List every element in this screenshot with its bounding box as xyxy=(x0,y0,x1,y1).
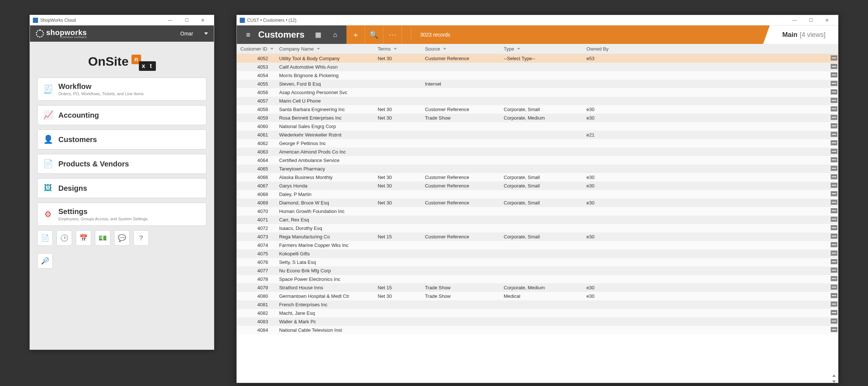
minimize-button[interactable]: — xyxy=(786,18,803,23)
col-header-terms[interactable]: Terms xyxy=(375,44,422,54)
table-row[interactable]: 4066Alaska Business MonthlyNet 30Custome… xyxy=(237,173,838,182)
row-menu-button[interactable] xyxy=(831,132,837,137)
row-menu-button[interactable] xyxy=(831,174,837,179)
user-menu[interactable]: Omar xyxy=(180,31,208,37)
table-row[interactable]: 4064Certified Ambulance Service xyxy=(237,156,838,165)
row-menu-button[interactable] xyxy=(831,191,837,196)
table-row[interactable]: 4057Marin Cell U Phone xyxy=(237,97,838,105)
table-row[interactable]: 4084National Cable Television Inst xyxy=(237,326,838,334)
footer-search-button[interactable]: 🔎 xyxy=(37,253,53,269)
row-menu-button[interactable] xyxy=(831,123,837,128)
table-row[interactable]: 4056Asap Accounting Personnel Svc xyxy=(237,88,838,97)
table-row[interactable]: 4067Garys HondaNet 30Customer ReferenceC… xyxy=(237,182,838,190)
row-menu-button[interactable] xyxy=(831,251,837,256)
close-button[interactable]: ✕ xyxy=(195,18,211,23)
table-row[interactable]: 4070Human Growth Foundation Inc xyxy=(237,207,838,216)
row-menu-button[interactable] xyxy=(831,149,837,154)
minimize-button[interactable]: — xyxy=(162,18,178,23)
row-menu-button[interactable] xyxy=(831,72,837,77)
table-row[interactable]: 4075Kokopelli Gifts xyxy=(237,249,838,258)
table-row[interactable]: 4055Steven, Ford B EsqInternet xyxy=(237,80,838,88)
grid-view-button[interactable]: ▦ xyxy=(310,31,327,39)
table-row[interactable]: 4060National Sales Engrg Corp xyxy=(237,122,838,131)
table-row[interactable]: 4080Germantown Hospital & Medl CtrNet 30… xyxy=(237,292,838,300)
maximize-button[interactable]: ☐ xyxy=(178,18,195,23)
table-row[interactable]: 4068Daley, P Martin xyxy=(237,190,838,199)
maximize-button[interactable]: ☐ xyxy=(803,18,819,23)
row-menu-button[interactable] xyxy=(831,81,837,86)
table-row[interactable]: 4081French Enterprises Inc xyxy=(237,300,838,309)
nav-settings[interactable]: ⚙SettingsEmployees, Groups Access, and S… xyxy=(37,203,206,226)
table-row[interactable]: 4061Wiederkehr Weinkeller Rstrnte21 xyxy=(237,131,838,139)
table-row[interactable]: 4074Farmers Marine Copper Wks Inc xyxy=(237,241,838,249)
view-tab-main[interactable]: Main [4 views] xyxy=(770,25,838,44)
footer-money-button[interactable]: 💵 xyxy=(95,230,110,246)
nav-accounting[interactable]: 📈Accounting xyxy=(37,105,206,125)
col-header-source[interactable]: Source xyxy=(422,44,500,54)
row-menu-button[interactable] xyxy=(831,183,837,188)
nav-products-vendors[interactable]: 📄Products & Vendors xyxy=(37,154,206,174)
scroll-indicator[interactable] xyxy=(831,376,837,381)
footer-clock-button[interactable]: 🕒 xyxy=(57,230,72,246)
customers-titlebar[interactable]: CUST • Customers • (12) — ☐ ✕ xyxy=(237,15,838,25)
nav-customers[interactable]: 👤Customers xyxy=(37,130,206,149)
row-menu-button[interactable] xyxy=(831,268,837,273)
table-row[interactable]: 4062George F Pettinos Inc xyxy=(237,139,838,148)
row-menu-button[interactable] xyxy=(831,327,837,332)
table-row[interactable]: 4052Utility Tool & Body CompanyNet 30Cus… xyxy=(237,54,838,63)
add-button[interactable]: ＋ xyxy=(346,25,365,44)
row-menu-button[interactable] xyxy=(831,166,837,171)
row-menu-button[interactable] xyxy=(831,301,837,307)
row-menu-button[interactable] xyxy=(831,115,837,120)
table-row[interactable]: 4058Santa Barbara Engineering IncNet 30C… xyxy=(237,105,838,114)
row-menu-button[interactable] xyxy=(831,242,837,247)
nav-designs[interactable]: 🖼Designs xyxy=(37,178,206,198)
nav-workflow[interactable]: 🧾WorkflowOrders, PO, Workflows, Tickets,… xyxy=(37,77,206,101)
row-menu-button[interactable] xyxy=(831,276,837,281)
close-button[interactable]: ✕ xyxy=(819,18,835,23)
row-menu-button[interactable] xyxy=(831,89,837,94)
row-menu-button[interactable] xyxy=(831,259,837,264)
table-row[interactable]: 4072Isaacs, Dorothy Esq xyxy=(237,224,838,232)
row-menu-button[interactable] xyxy=(831,310,837,315)
col-header-company-name[interactable]: Company Name xyxy=(276,44,375,54)
row-menu-button[interactable] xyxy=(831,140,837,145)
table-row[interactable]: 4076Setty, S Lata Esq xyxy=(237,258,838,266)
row-menu-button[interactable] xyxy=(831,208,837,213)
table-row[interactable]: 4069Diamond, Bruce W EsqNet 30Customer R… xyxy=(237,199,838,207)
table-row[interactable]: 4077Nu Econo Brik Mfg Corp xyxy=(237,266,838,275)
row-menu-button[interactable] xyxy=(831,106,837,111)
more-button[interactable]: ⋯ xyxy=(383,25,402,44)
search-button[interactable]: 🔍 xyxy=(365,25,383,44)
footer-chat-button[interactable]: 💬 xyxy=(114,230,130,246)
menu-button[interactable]: ≡ xyxy=(240,31,257,39)
footer-log-button[interactable]: 📄 xyxy=(37,230,53,246)
row-menu-button[interactable] xyxy=(831,293,837,298)
col-header-owned-by[interactable]: Owned By xyxy=(584,44,828,54)
col-header-type[interactable]: Type xyxy=(501,44,584,54)
row-menu-button[interactable] xyxy=(831,285,837,290)
table-row[interactable]: 4071Carr, Rex Esq xyxy=(237,216,838,224)
footer-calendar-button[interactable]: 📅 xyxy=(76,230,91,246)
table-row[interactable]: 4078Space Power Electronics Inc xyxy=(237,275,838,283)
row-menu-button[interactable] xyxy=(831,64,837,69)
footer-help-button[interactable]: ？ xyxy=(133,230,149,246)
table-row[interactable]: 4082Macht, Jane Esq xyxy=(237,309,838,317)
row-menu-button[interactable] xyxy=(831,55,837,61)
row-menu-button[interactable] xyxy=(831,98,837,103)
table-row[interactable]: 4083Waller & Mark Pc xyxy=(237,317,838,326)
table-row[interactable]: 4059Rosa Bennett Enterprises IncNet 30Tr… xyxy=(237,114,838,122)
table-row[interactable]: 4054Morris Brignone & Pickering xyxy=(237,71,838,80)
row-menu-button[interactable] xyxy=(831,217,837,222)
home-button[interactable]: ⌂ xyxy=(327,31,344,39)
row-menu-button[interactable] xyxy=(831,200,837,205)
table-row[interactable]: 4079Stratford House InnsNet 15Trade Show… xyxy=(237,283,838,292)
row-menu-button[interactable] xyxy=(831,318,837,324)
table-row[interactable]: 4053Calif Automotive Whls Assn xyxy=(237,63,838,71)
row-menu-button[interactable] xyxy=(831,234,837,239)
launcher-titlebar[interactable]: ShopWorks Cloud — ☐ ✕ xyxy=(30,15,214,25)
table-row[interactable]: 4073Rega Manufacturing CoNet 15Customer … xyxy=(237,232,838,241)
row-menu-button[interactable] xyxy=(831,225,837,230)
table-row[interactable]: 4063American Almond Prods Co Inc xyxy=(237,148,838,156)
row-menu-button[interactable] xyxy=(831,157,837,162)
